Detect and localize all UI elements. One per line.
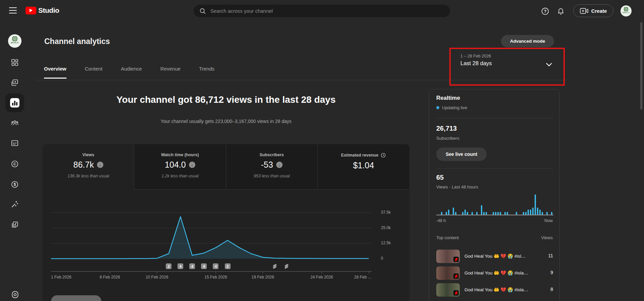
- tab-overview[interactable]: Overview: [44, 66, 66, 79]
- realtime-title: Realtime: [436, 95, 460, 101]
- upload-count-badge[interactable]: 4: [178, 263, 183, 269]
- sparkline-bar: [528, 210, 529, 215]
- realtime-subscribers-label: Subscribers: [436, 136, 459, 141]
- video-title: God Heal You 🤲 💔 😭 #isla…: [464, 270, 538, 275]
- sparkline-bar: [455, 212, 456, 215]
- upload-count-badge[interactable]: 2: [225, 263, 231, 269]
- sidebar-item-copyright[interactable]: C: [11, 160, 19, 168]
- top-content-row[interactable]: God Heal You 🤲 💔 😭 #isl…11: [436, 250, 553, 263]
- sidebar-item-subtitles[interactable]: [11, 139, 19, 147]
- settings-gear-icon: [11, 290, 19, 299]
- notifications-bell-icon[interactable]: [556, 7, 565, 15]
- studio-logo[interactable]: Studio: [26, 6, 59, 14]
- sidebar-item-customization[interactable]: [11, 200, 19, 208]
- see-more-button[interactable]: [51, 295, 101, 301]
- shorts-icon: [453, 290, 459, 296]
- sparkline-bar: [530, 210, 531, 215]
- sparkline-bar: [493, 212, 494, 215]
- sparkline-bar: [516, 212, 517, 215]
- video-views: 8: [550, 287, 553, 292]
- top-content-row[interactable]: God Heal You 🤲 💔 😭 #isla…9: [436, 266, 553, 280]
- tab-content[interactable]: Content: [85, 66, 103, 79]
- sparkline-bar: [535, 195, 536, 215]
- top-bar: Studio ? Create IMAAN ZU: [0, 0, 644, 22]
- search-icon: [199, 7, 206, 15]
- channel-avatar-logo: [12, 36, 17, 41]
- search-input[interactable]: [210, 8, 432, 14]
- video-thumbnail[interactable]: [436, 266, 460, 280]
- account-avatar[interactable]: IMAAN ZU: [621, 5, 632, 16]
- sparkline-bar: [467, 212, 468, 215]
- views-subline: Your channel usually gets 223,000–3,167,…: [43, 119, 409, 124]
- sidebar-item-content[interactable]: [11, 79, 19, 87]
- sparkline-bar: [497, 212, 499, 215]
- audio-library-icon: [11, 221, 19, 229]
- upload-count-badge[interactable]: 4: [189, 263, 195, 269]
- sparkline-bar: [551, 212, 552, 215]
- shorts-icon: [453, 273, 459, 279]
- y-axis-tick: 25.0k: [381, 225, 401, 230]
- x-axis-tick: 6 Feb 2026: [91, 275, 128, 280]
- advanced-mode-button[interactable]: Advanced mode: [501, 35, 554, 47]
- sparkline-bar: [495, 212, 496, 215]
- create-video-icon: [580, 8, 588, 14]
- search-bar[interactable]: [194, 5, 450, 17]
- sparkline-baseline: [436, 215, 553, 215]
- hamburger-menu-icon[interactable]: [9, 7, 17, 14]
- video-thumbnail[interactable]: [436, 250, 460, 263]
- video-thumbnail[interactable]: [436, 283, 460, 297]
- shorts-icon: [453, 257, 459, 262]
- sidebar-item-analytics[interactable]: [5, 93, 24, 112]
- analytics-icon: [10, 98, 19, 108]
- sparkline-bar: [537, 208, 538, 215]
- create-button[interactable]: Create: [573, 4, 613, 17]
- analytics-tabs: OverviewContentAudienceRevenueTrends: [44, 66, 214, 79]
- sparkline-bar: [500, 212, 501, 215]
- top-content-views-header: Views: [541, 235, 553, 240]
- live-dot-icon: [436, 106, 439, 109]
- tab-audience[interactable]: Audience: [121, 66, 142, 79]
- sidebar-item-audio-library[interactable]: [11, 221, 19, 229]
- x-axis-tick: 10 Feb 2026: [139, 275, 176, 280]
- shorts-marker-icon[interactable]: [273, 264, 277, 269]
- create-button-label: Create: [591, 8, 607, 14]
- video-views: 9: [550, 270, 553, 275]
- avatar-logo: [624, 7, 628, 11]
- sidebar-channel-avatar[interactable]: IMAAN ZU: [8, 34, 21, 48]
- upload-count-badge[interactable]: 2: [166, 263, 171, 269]
- sidebar-item-settings[interactable]: [11, 290, 19, 298]
- shorts-marker-icon[interactable]: [284, 264, 289, 269]
- realtime-live-status: Updating live: [436, 105, 467, 110]
- community-icon: [11, 119, 19, 127]
- views-headline: Your channel got 86,712 views in the las…: [43, 94, 409, 105]
- sparkline-bar: [504, 212, 506, 215]
- magic-wand-icon: [11, 200, 19, 208]
- annotation-red-box: [449, 48, 565, 86]
- sidebar-item-dashboard[interactable]: [11, 58, 19, 67]
- see-live-count-button[interactable]: See live count: [436, 147, 487, 161]
- help-icon[interactable]: ?: [541, 7, 549, 15]
- dashboard-icon: [11, 58, 19, 67]
- top-content-row[interactable]: God Heal You 🤲 💔 😭 #isla…8: [436, 283, 553, 297]
- sparkline-bar: [453, 208, 454, 215]
- x-axis-tick: 1 Feb 2026: [51, 275, 88, 280]
- divider: [436, 118, 553, 118]
- sparkline-bar: [476, 212, 478, 215]
- youtube-logo-icon: [26, 7, 36, 14]
- studio-logo-text: Studio: [38, 6, 59, 14]
- upload-count-badge[interactable]: 4: [213, 263, 218, 269]
- sidebar-item-community[interactable]: [11, 119, 19, 127]
- upload-count-badge[interactable]: 4: [201, 263, 207, 269]
- tab-revenue[interactable]: Revenue: [160, 66, 181, 79]
- sidebar-item-earn[interactable]: $: [11, 180, 19, 188]
- y-axis-tick: 0: [381, 256, 401, 261]
- tab-trends[interactable]: Trends: [199, 66, 214, 79]
- sparkline-bar: [507, 212, 508, 215]
- video-title: God Heal You 🤲 💔 😭 #isla…: [464, 287, 538, 292]
- realtime-sparkline-chart[interactable]: [436, 194, 553, 215]
- sparkline-bar: [481, 205, 482, 215]
- top-content-header: Top content: [436, 235, 459, 240]
- video-title: God Heal You 🤲 💔 😭 #isl…: [464, 253, 538, 259]
- page-scrollbar[interactable]: [640, 22, 642, 110]
- sparkline-bar: [462, 212, 463, 215]
